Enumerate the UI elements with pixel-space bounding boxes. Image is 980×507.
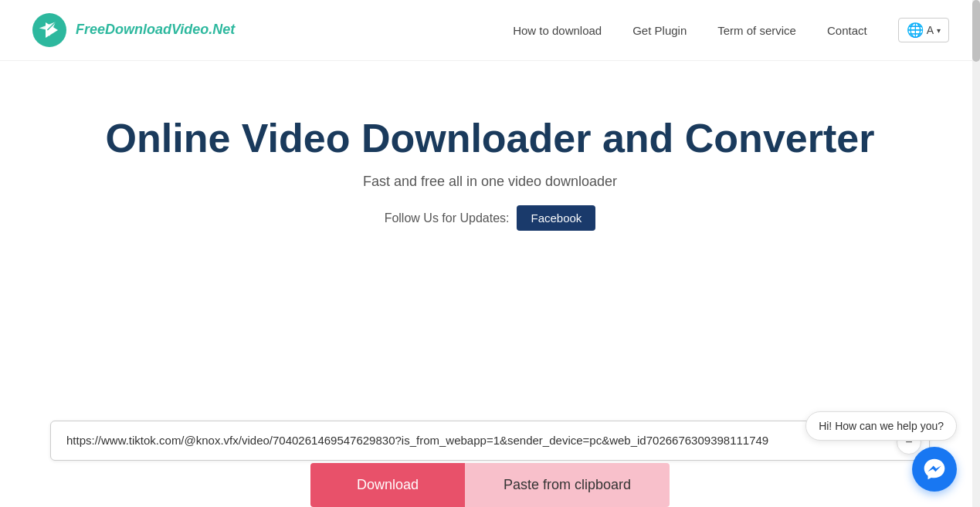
main-nav: How to download Get Plugin Term of servi… <box>513 18 949 42</box>
nav-contact[interactable]: Contact <box>827 24 867 37</box>
hero-title: Online Video Downloader and Converter <box>15 115 965 161</box>
download-button[interactable]: Download <box>310 463 465 507</box>
logo-text: FreeDownloadVideo.Net <box>76 22 235 37</box>
scrollbar-thumb <box>972 0 980 62</box>
facebook-button[interactable]: Facebook <box>517 205 595 231</box>
page-scrollbar[interactable] <box>972 0 980 507</box>
hero-section: Online Video Downloader and Converter Fa… <box>0 61 980 262</box>
nav-how-to-download[interactable]: How to download <box>513 24 602 37</box>
translate-button[interactable]: 🌐 A ▾ <box>898 18 949 42</box>
follow-row: Follow Us for Updates: Facebook <box>15 205 965 231</box>
nav-get-plugin[interactable]: Get Plugin <box>632 24 687 37</box>
logo-area: FreeDownloadVideo.Net <box>31 12 235 49</box>
chat-widget: Hi! How can we help you? <box>805 411 957 492</box>
follow-label: Follow Us for Updates: <box>385 211 510 225</box>
hero-subtitle: Fast and free all in one video downloade… <box>15 174 965 190</box>
nav-term-of-service[interactable]: Term of service <box>717 24 796 37</box>
paste-from-clipboard-button[interactable]: Paste from clipboard <box>465 463 670 507</box>
chat-tooltip: Hi! How can we help you? <box>805 411 957 441</box>
url-input-wrapper <box>50 421 930 461</box>
chevron-down-icon: ▾ <box>937 26 941 35</box>
translate-label: A <box>927 24 934 36</box>
url-input[interactable] <box>66 434 914 447</box>
logo-icon <box>31 12 68 49</box>
header: FreeDownloadVideo.Net How to download Ge… <box>0 0 980 61</box>
translate-icon: 🌐 <box>907 22 924 39</box>
chat-open-button[interactable] <box>912 447 957 492</box>
messenger-icon <box>922 457 947 482</box>
